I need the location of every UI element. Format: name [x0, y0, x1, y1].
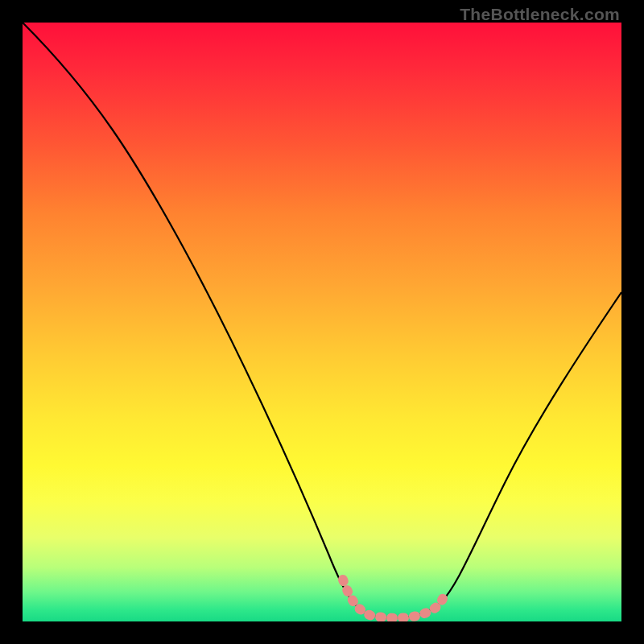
watermark-text: TheBottleneck.com [460, 5, 620, 24]
highlight-segment [343, 580, 444, 618]
bottleneck-curve [23, 23, 621, 618]
plot-area [23, 23, 621, 621]
chart-container: TheBottleneck.com [0, 0, 644, 644]
curve-svg [23, 23, 621, 621]
